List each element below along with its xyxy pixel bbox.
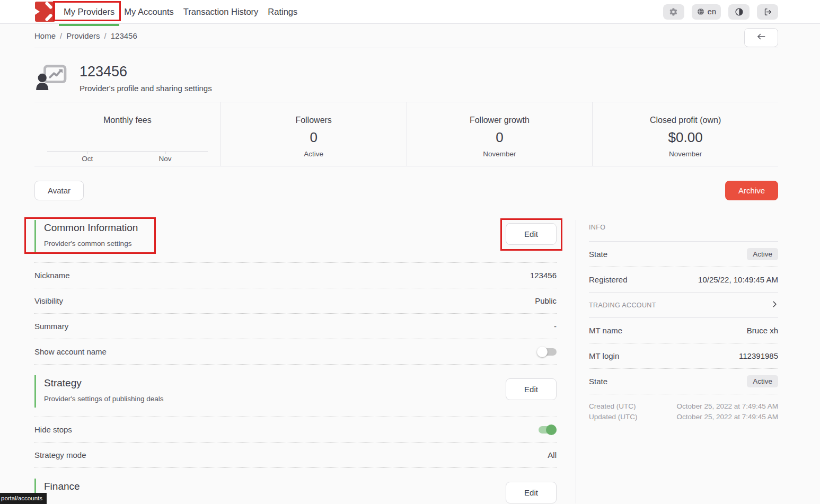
- section-finance: Finance Edit: [34, 479, 557, 503]
- language-label: en: [708, 7, 716, 16]
- page-header: 123456 Provider's profile and sharing se…: [34, 64, 778, 93]
- chart-x-label-nov: Nov: [159, 155, 172, 163]
- nav-my-providers[interactable]: My Providers: [59, 0, 119, 23]
- status-bar: portal/accounts: [0, 493, 47, 504]
- nav-my-accounts-label: My Accounts: [124, 7, 174, 17]
- row-value: 10/25/22, 10:49:45 AM: [698, 275, 778, 284]
- info-sidebar: INFO State Active Registered 10/25/22, 1…: [576, 220, 778, 503]
- chart-x-axis: [47, 151, 208, 152]
- archive-button[interactable]: Archive: [725, 181, 778, 200]
- stat-value: 0: [310, 129, 317, 146]
- chevron-right-icon: [771, 300, 778, 310]
- row-label: MT name: [589, 326, 622, 335]
- settings-button[interactable]: [663, 4, 684, 20]
- row-label: Registered: [589, 275, 628, 284]
- edit-strategy-button[interactable]: Edit: [506, 378, 557, 400]
- breadcrumb-home[interactable]: Home: [34, 31, 56, 40]
- breadcrumb-providers[interactable]: Providers: [66, 31, 100, 40]
- common-information-rows: Nickname 123456 Visibility Public Summar…: [34, 262, 557, 365]
- row-value: Public: [535, 296, 557, 305]
- section-common-information: Common Information Provider's common set…: [34, 220, 557, 252]
- meta-created: Created (UTC) October 25, 2022 at 7:49:4…: [589, 401, 778, 412]
- gear-icon: [669, 7, 678, 16]
- page-title: 123456: [80, 64, 212, 80]
- breadcrumb-current: 123456: [111, 31, 137, 40]
- info-title: INFO: [589, 220, 778, 242]
- breadcrumb: Home / Providers / 123456: [34, 31, 137, 40]
- contrast-icon: [735, 7, 744, 16]
- strategy-rows: Hide stops Strategy mode All: [34, 417, 557, 468]
- edit-common-information-button[interactable]: Edit: [506, 223, 557, 245]
- logout-button[interactable]: [757, 4, 778, 20]
- sidebar-row-mt-name: MT name Bruce xh: [589, 318, 778, 343]
- breadcrumb-separator: /: [60, 31, 62, 40]
- row-label: Nickname: [34, 271, 70, 280]
- account-state-badge: Active: [747, 375, 778, 387]
- row-label: State: [589, 250, 607, 259]
- monthly-fees-chart: Oct Nov: [47, 151, 208, 163]
- theme-contrast-button[interactable]: [728, 4, 750, 20]
- page-header-text: 123456 Provider's profile and sharing se…: [80, 64, 212, 93]
- meta-label: Updated (UTC): [589, 412, 638, 422]
- row-value: 112391985: [739, 351, 778, 360]
- edit-finance-button[interactable]: Edit: [506, 482, 557, 503]
- stat-title: Closed profit (own): [650, 116, 721, 125]
- nav-transaction-history-label: Transaction History: [183, 7, 259, 17]
- avatar-button[interactable]: Avatar: [34, 181, 84, 200]
- stat-title: Followers: [295, 116, 331, 125]
- nav-ratings-label: Ratings: [268, 7, 297, 17]
- row-strategy-mode: Strategy mode All: [34, 443, 557, 468]
- app-logo-icon[interactable]: [35, 2, 55, 22]
- sidebar-row-mt-login: MT login 112391985: [589, 343, 778, 369]
- stat-caption: Active: [304, 150, 323, 158]
- edit-strategy-wrap: Edit: [506, 378, 557, 400]
- topbar-actions: en: [663, 4, 778, 20]
- row-label: Summary: [34, 322, 68, 331]
- stats-row: Monthly fees Oct Nov Followers 0 Active …: [34, 102, 778, 166]
- stat-value: 0: [496, 129, 503, 146]
- edit-finance-wrap: Edit: [506, 482, 557, 503]
- trading-account-section[interactable]: TRADING ACCOUNT: [589, 293, 778, 318]
- section-title: Finance: [44, 481, 80, 492]
- breadcrumb-row: Home / Providers / 123456: [34, 24, 778, 48]
- section-subtitle: Provider's settings of publishing deals: [44, 395, 163, 403]
- language-button[interactable]: en: [692, 4, 721, 20]
- top-bar: My Providers My Accounts Transaction His…: [0, 0, 820, 24]
- row-label: State: [589, 377, 607, 386]
- row-show-account-name: Show account name: [34, 339, 557, 365]
- nav-transaction-history[interactable]: Transaction History: [179, 0, 263, 23]
- nav-my-accounts[interactable]: My Accounts: [119, 0, 179, 23]
- globe-icon: [696, 7, 705, 16]
- section-title: Common Information: [44, 222, 138, 234]
- state-badge: Active: [747, 248, 778, 260]
- back-button[interactable]: [744, 28, 778, 47]
- page-subtitle: Provider's profile and sharing settings: [80, 84, 212, 93]
- row-label: Strategy mode: [34, 450, 86, 459]
- sidebar-row-state: State Active: [589, 242, 778, 267]
- stat-value: $0.00: [668, 129, 703, 146]
- row-hide-stops: Hide stops: [34, 417, 557, 443]
- stat-monthly-fees: Monthly fees Oct Nov: [34, 102, 221, 166]
- actions-row: Avatar Archive: [34, 181, 778, 200]
- section-strategy-header: Strategy Provider's settings of publishi…: [34, 375, 163, 408]
- main-content: Common Information Provider's common set…: [34, 220, 576, 503]
- stat-title: Follower growth: [470, 116, 530, 125]
- edit-common-wrap: Edit: [506, 223, 557, 245]
- row-label: MT login: [589, 351, 619, 360]
- provider-presentation-icon: [36, 65, 67, 92]
- row-label: Hide stops: [34, 425, 72, 434]
- row-visibility: Visibility Public: [34, 288, 557, 314]
- breadcrumb-separator: /: [104, 31, 107, 40]
- sidebar-meta: Created (UTC) October 25, 2022 at 7:49:4…: [589, 394, 778, 422]
- page-body: Home / Providers / 123456: [0, 24, 820, 503]
- nav-ratings[interactable]: Ratings: [263, 0, 302, 23]
- stat-caption: November: [483, 150, 516, 158]
- hide-stops-toggle[interactable]: [537, 425, 557, 435]
- stat-follower-growth: Follower growth 0 November: [407, 102, 593, 166]
- sidebar-row-registered: Registered 10/25/22, 10:49:45 AM: [589, 267, 778, 293]
- section-common-header: Common Information Provider's common set…: [34, 220, 138, 252]
- show-account-name-toggle[interactable]: [537, 347, 557, 357]
- section-title: Strategy: [44, 377, 163, 389]
- row-label: Show account name: [34, 347, 107, 356]
- main-nav: My Providers My Accounts Transaction His…: [59, 0, 302, 23]
